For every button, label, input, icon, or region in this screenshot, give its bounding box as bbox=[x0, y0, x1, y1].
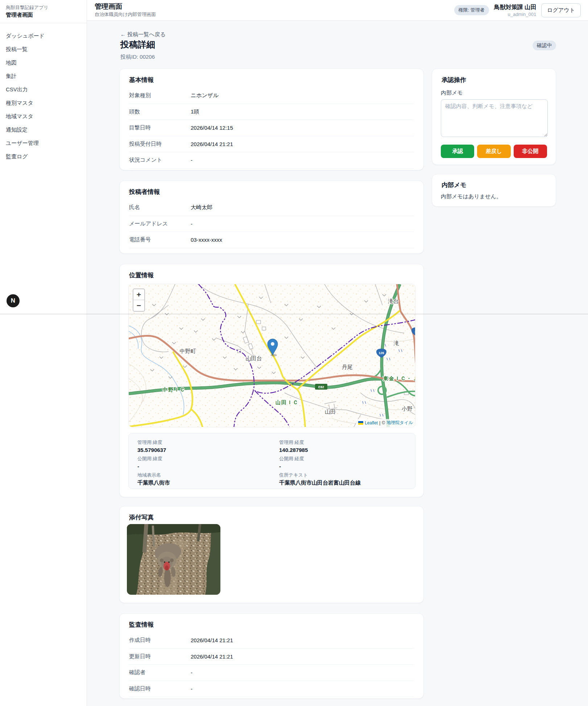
sidebar-item-aggregate[interactable]: 集計 bbox=[0, 69, 87, 83]
user-id: u_admin_001 bbox=[494, 12, 536, 17]
map-label-yamada: 山田 bbox=[325, 408, 336, 415]
main-content: ← 投稿一覧へ戻る 投稿詳細 確認中 投稿ID: 00206 基本情報 対象種別… bbox=[87, 21, 588, 706]
logout-button[interactable]: ログアウト bbox=[541, 3, 581, 17]
map-label-yamadadai: 山田台 bbox=[246, 355, 262, 361]
field-value: 千葉県八街市山田台岩富山田台線 bbox=[279, 479, 406, 486]
sidebar-item-audit-log[interactable]: 監査ログ bbox=[0, 150, 87, 163]
copyright-symbol: © bbox=[382, 420, 385, 425]
approval-buttons: 承認 差戻し 非公開 bbox=[441, 145, 547, 158]
sidebar-item-map[interactable]: 地図 bbox=[0, 56, 87, 69]
row-value: 1頭 bbox=[191, 108, 199, 115]
row-label: メールアドレス bbox=[129, 220, 191, 227]
sidebar-item-posts[interactable]: 投稿一覧 bbox=[0, 42, 87, 56]
row-value: 2026/04/14 21:21 bbox=[191, 653, 233, 660]
table-row: 状況コメント- bbox=[129, 152, 414, 169]
ukraine-flag-icon bbox=[358, 421, 363, 425]
approval-panel: 承認操作 内部メモ 承認 差戻し 非公開 bbox=[432, 68, 556, 165]
gsi-tiles-link[interactable]: 地理院タイル bbox=[386, 420, 413, 426]
audit-heading: 監査情報 bbox=[120, 614, 423, 629]
row-value: - bbox=[191, 157, 192, 163]
back-to-list-link[interactable]: ← 投稿一覧へ戻る bbox=[120, 31, 166, 38]
user-name: 鳥獣対策課 山田 bbox=[494, 4, 536, 11]
route-shield-e82: E82 bbox=[315, 384, 327, 390]
top-header: 管理画面 自治体職員向け内部管理画面 権限: 管理者 鳥獣対策課 山田 u_ad… bbox=[87, 0, 588, 21]
row-label: 状況コメント bbox=[129, 157, 191, 163]
sidebar-item-species-master[interactable]: 種別マスタ bbox=[0, 96, 87, 109]
map-label-ono: 小野 bbox=[401, 406, 413, 412]
map-label-taki: 滝 bbox=[394, 340, 399, 346]
row-value: ニホンザル bbox=[191, 92, 219, 99]
reporter-info-card: 投稿者情報 氏名大崎太郎 メールアドレス- 電話番号03-xxxx-xxxx bbox=[119, 180, 424, 254]
row-label: 頭数 bbox=[129, 108, 191, 115]
field-admin-lng: 管理用 経度140.287985 bbox=[279, 439, 406, 454]
header-title: 管理画面 bbox=[95, 3, 156, 11]
nextjs-dev-badge[interactable]: N bbox=[7, 294, 20, 307]
user-block: 鳥獣対策課 山田 u_admin_001 bbox=[494, 4, 536, 17]
internal-memo-heading: 内部メモ bbox=[432, 174, 556, 189]
field-label: 住所テキスト bbox=[279, 472, 406, 478]
sidebar: 鳥獣目撃記録アプリ 管理者画面 ダッシュボード 投稿一覧 地図 集計 CSV出力… bbox=[0, 0, 87, 706]
leaflet-link[interactable]: Leaflet bbox=[365, 420, 378, 425]
sidebar-item-dashboard[interactable]: ダッシュボード bbox=[0, 29, 87, 42]
table-row: 氏名大崎太郎 bbox=[129, 200, 414, 216]
photos-card: 添付写真 bbox=[119, 506, 424, 603]
map-label-nakanomachi: 中野町 bbox=[180, 348, 196, 354]
role-badge: 権限: 管理者 bbox=[454, 5, 489, 15]
zoom-out-button[interactable]: − bbox=[133, 300, 144, 311]
sidebar-item-notification-settings[interactable]: 通知設定 bbox=[0, 123, 87, 136]
row-label: 更新日時 bbox=[129, 653, 191, 660]
row-value: 2026/04/14 12:15 bbox=[191, 125, 233, 131]
monkey-photo-image bbox=[127, 524, 220, 595]
field-admin-lat: 管理用 緯度35.5790637 bbox=[137, 439, 265, 454]
sidebar-item-region-master[interactable]: 地域マスタ bbox=[0, 109, 87, 123]
table-row: 目撃日時2026/04/14 12:15 bbox=[129, 120, 414, 136]
map-label-nakano-ic: 中野ＩＣ bbox=[162, 387, 186, 393]
row-value: - bbox=[191, 221, 192, 227]
field-value: 千葉県八街市 bbox=[137, 479, 265, 486]
status-badge: 確認中 bbox=[533, 41, 556, 50]
sidebar-item-csv-export[interactable]: CSV出力 bbox=[0, 83, 87, 96]
location-card: 位置情報 bbox=[119, 264, 424, 497]
approve-button[interactable]: 承認 bbox=[441, 145, 474, 158]
field-label: 地域表示名 bbox=[137, 472, 265, 478]
row-label: 対象種別 bbox=[129, 92, 191, 99]
reporter-info-heading: 投稿者情報 bbox=[120, 181, 423, 196]
internal-memo-card: 内部メモ 内部メモはありません。 bbox=[432, 174, 556, 207]
row-value: 2026/04/14 21:21 bbox=[191, 637, 233, 643]
row-label: 目撃日時 bbox=[129, 124, 191, 131]
field-label: 管理用 緯度 bbox=[137, 439, 265, 446]
attached-photo[interactable] bbox=[127, 524, 220, 595]
field-label: 公開用 緯度 bbox=[137, 456, 265, 462]
table-row: 作成日時2026/04/14 21:21 bbox=[129, 632, 414, 649]
basic-info-heading: 基本情報 bbox=[120, 69, 423, 84]
field-value: 140.287985 bbox=[279, 447, 406, 453]
header-subtitle: 自治体職員向け内部管理画面 bbox=[95, 11, 156, 18]
internal-memo-empty-text: 内部メモはありません。 bbox=[441, 193, 547, 200]
zoom-in-button[interactable]: + bbox=[133, 289, 144, 300]
row-label: 氏名 bbox=[129, 204, 191, 211]
audit-info-card: 監査情報 作成日時2026/04/14 21:21 更新日時2026/04/14… bbox=[119, 613, 424, 699]
map-label-yamada-ic: 山田ＩＣ bbox=[276, 399, 299, 405]
attribution-separator: | bbox=[379, 420, 380, 425]
photos-heading: 添付写真 bbox=[120, 506, 423, 522]
field-value: - bbox=[137, 463, 265, 469]
row-label: 投稿受付日時 bbox=[129, 141, 191, 148]
table-row: 確認日時- bbox=[129, 681, 414, 697]
page-title: 投稿詳細 bbox=[120, 39, 155, 50]
row-value: 03-xxxx-xxxx bbox=[191, 237, 222, 243]
private-button[interactable]: 非公開 bbox=[514, 145, 547, 158]
app-subtitle: 管理者画面 bbox=[6, 12, 81, 18]
sidebar-nav: ダッシュボード 投稿一覧 地図 集計 CSV出力 種別マスタ 地域マスタ 通知設… bbox=[0, 29, 87, 163]
field-value: - bbox=[279, 463, 406, 469]
field-address-text: 住所テキスト千葉県八街市山田台岩富山田台線 bbox=[279, 472, 406, 486]
internal-memo-input[interactable] bbox=[441, 99, 548, 137]
sidebar-item-user-management[interactable]: ユーザー管理 bbox=[0, 136, 87, 150]
post-id: 投稿ID: 00206 bbox=[120, 54, 155, 61]
table-row: 更新日時2026/04/14 21:21 bbox=[129, 649, 414, 665]
leaflet-map[interactable]: E82 126 40 中野町 山田台 丹尾 滝台 滝 山田 小野 中野ＩＣ bbox=[128, 284, 415, 427]
return-button[interactable]: 差戻し bbox=[477, 145, 510, 158]
row-value: 大崎太郎 bbox=[191, 204, 212, 211]
field-public-lat: 公開用 緯度- bbox=[137, 456, 265, 470]
table-row: メールアドレス- bbox=[129, 216, 414, 232]
svg-text:40: 40 bbox=[415, 330, 415, 333]
